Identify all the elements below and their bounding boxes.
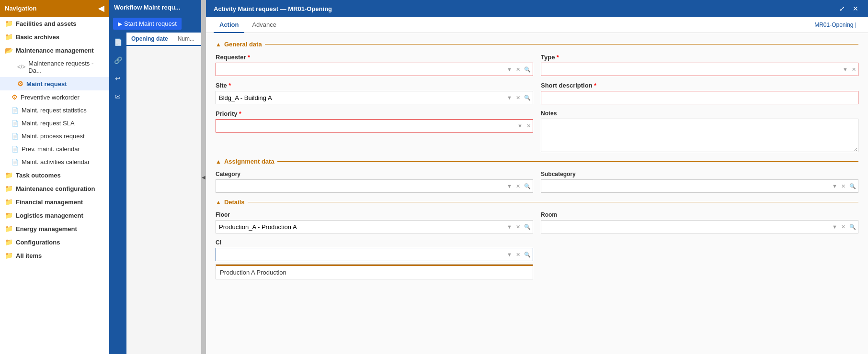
activity-reference: MR01-Opening | (811, 22, 860, 28)
tab-opening-date[interactable]: Opening date (126, 33, 173, 46)
site-dropdown-icon[interactable]: ▼ (505, 95, 514, 100)
tab-num[interactable]: Num... (173, 33, 199, 46)
sidebar-item-maint-activities-calendar[interactable]: 📄 Maint. activities calendar (0, 155, 109, 168)
ci-clear-icon[interactable]: ✕ (514, 252, 522, 258)
start-maint-request-button[interactable]: ▶ Start Maint request (113, 18, 182, 30)
details-toggle[interactable]: ▲ (216, 199, 221, 206)
sidebar-item-all-items[interactable]: 📁 All items (0, 249, 109, 262)
requester-dropdown-icon[interactable]: ▼ (505, 66, 514, 72)
activity-content: ▲ General data Requester * ▼ ✕ 🔍 (206, 33, 868, 354)
ci-search-icon[interactable]: 🔍 (522, 252, 533, 258)
assignment-data-section-header: ▲ Assignment data (216, 158, 858, 165)
collapse-bar[interactable]: ◀ (201, 0, 206, 354)
sidebar-item-maint-request-statistics[interactable]: 📄 Maint. request statistics (0, 104, 109, 117)
undo-icon[interactable]: ↩ (113, 73, 123, 84)
site-search-icon[interactable]: 🔍 (522, 95, 533, 101)
subcategory-input[interactable] (541, 180, 830, 192)
doc-icon: 📄 (11, 146, 19, 153)
room-search-icon[interactable]: 🔍 (847, 224, 858, 230)
requester-search-icon[interactable]: 🔍 (522, 66, 533, 73)
category-search-icon[interactable]: 🔍 (522, 183, 533, 189)
subcategory-clear-icon[interactable]: ✕ (839, 183, 847, 189)
room-input[interactable] (541, 221, 830, 233)
sidebar-item-preventive-workorder[interactable]: ⚙ Preventive workorder (0, 90, 109, 104)
sidebar-item-prev-maint-calendar[interactable]: 📄 Prev. maint. calendar (0, 143, 109, 155)
play-icon: ▶ (118, 21, 122, 27)
site-input[interactable] (216, 91, 505, 104)
assignment-data-toggle[interactable]: ▲ (216, 158, 221, 165)
room-clear-icon[interactable]: ✕ (839, 224, 847, 230)
gear-icon: ⚙ (11, 93, 18, 101)
subcategory-search-icon[interactable]: 🔍 (847, 183, 858, 189)
priority-clear-icon[interactable]: ✕ (525, 123, 533, 129)
folder-icon: 📁 (5, 185, 13, 192)
workflow-content: Opening date Num... (126, 33, 201, 354)
notes-textarea[interactable] (541, 119, 858, 152)
form-col-notes: Notes (541, 110, 858, 152)
gear-icon: ⚙ (17, 80, 23, 88)
form-row-priority-notes: Priority * ▼ ✕ Notes (216, 110, 858, 152)
notes-label: Notes (541, 110, 858, 117)
sidebar-item-financial-mgmt[interactable]: 📁 Financial management (0, 195, 109, 209)
sidebar-item-task-outcomes[interactable]: 📁 Task outcomes (0, 168, 109, 182)
sidebar-item-maint-request[interactable]: ⚙ Maint request (0, 77, 109, 90)
close-window-button[interactable]: ✕ (851, 4, 860, 13)
requester-clear-icon[interactable]: ✕ (514, 66, 522, 73)
sidebar-item-configurations[interactable]: 📁 Configurations (0, 235, 109, 249)
sidebar-item-maint-requests-da[interactable]: </> Maintenance requests - Da... (0, 57, 109, 77)
floor-input[interactable] (216, 221, 505, 233)
form-col-category: Category ▼ ✕ 🔍 (216, 171, 533, 193)
type-clear-icon[interactable]: ✕ (850, 66, 858, 73)
floor-search-icon[interactable]: 🔍 (522, 224, 533, 230)
type-dropdown-icon[interactable]: ▼ (841, 66, 850, 72)
code-icon: </> (17, 64, 25, 70)
requester-input[interactable] (216, 63, 505, 76)
short-description-input[interactable] (541, 91, 858, 104)
priority-input-wrapper: ▼ ✕ (216, 119, 533, 133)
tab-action[interactable]: Action (214, 17, 244, 33)
floor-clear-icon[interactable]: ✕ (514, 224, 522, 230)
priority-dropdown-icon[interactable]: ▼ (515, 123, 525, 129)
type-input[interactable] (541, 63, 841, 76)
ci-dropdown-option[interactable]: Production A Production (216, 266, 533, 279)
ci-dropdown-icon[interactable]: ▼ (505, 252, 514, 257)
category-input-wrapper: ▼ ✕ 🔍 (216, 179, 533, 193)
category-dropdown-icon[interactable]: ▼ (505, 183, 514, 189)
sidebar-item-logistics-mgmt[interactable]: 📁 Logistics management (0, 209, 109, 222)
general-data-toggle[interactable]: ▲ (216, 41, 221, 48)
site-clear-icon[interactable]: ✕ (514, 95, 522, 101)
subcategory-dropdown-icon[interactable]: ▼ (830, 183, 839, 189)
sidebar-item-basic-archives[interactable]: 📁 Basic archives (0, 30, 109, 44)
sidebar-item-label: Task outcomes (16, 172, 61, 179)
general-data-line (265, 44, 858, 44)
sidebar-item-label: Basic archives (16, 33, 59, 41)
sidebar-item-maint-process-request[interactable]: 📄 Maint. process request (0, 130, 109, 143)
sidebar-item-facilities[interactable]: 📁 Facilities and assets (0, 17, 109, 30)
document-icon[interactable]: 📄 (112, 36, 124, 48)
tab-advance[interactable]: Advance (246, 17, 282, 33)
activity-header: Activity Maint request — MR01-Opening ⤢ … (206, 0, 868, 17)
room-dropdown-icon[interactable]: ▼ (830, 224, 839, 230)
subcategory-input-wrapper: ▼ ✕ 🔍 (541, 179, 858, 193)
subcategory-label: Subcategory (541, 171, 858, 177)
sidebar-item-maint-request-sla[interactable]: 📄 Maint. request SLA (0, 117, 109, 130)
category-input[interactable] (216, 180, 505, 192)
details-title: Details (224, 199, 245, 206)
sidebar-collapse-icon[interactable]: ◀ (98, 4, 104, 13)
floor-dropdown-icon[interactable]: ▼ (505, 224, 514, 230)
form-row-category-subcategory: Category ▼ ✕ 🔍 Subcategory ▼ ✕ 🔍 (216, 171, 858, 193)
sidebar-item-energy-mgmt[interactable]: 📁 Energy management (0, 222, 109, 235)
priority-input[interactable] (216, 120, 515, 132)
resize-window-button[interactable]: ⤢ (837, 4, 847, 13)
category-clear-icon[interactable]: ✕ (514, 183, 522, 189)
sidebar-title: Navigation (5, 5, 36, 12)
mail-icon[interactable]: ✉ (113, 91, 123, 102)
floor-input-wrapper: ▼ ✕ 🔍 (216, 220, 533, 233)
sidebar-item-maintenance-config[interactable]: 📁 Maintenance configuration (0, 182, 109, 195)
sidebar-item-maintenance-mgmt[interactable]: 📂 Maintenance management (0, 44, 109, 57)
ci-input[interactable] (216, 248, 505, 261)
form-col-subcategory: Subcategory ▼ ✕ 🔍 (541, 171, 858, 193)
requester-input-wrapper: ▼ ✕ 🔍 (216, 63, 533, 76)
folder-icon: 📁 (5, 171, 13, 179)
link-icon[interactable]: 🔗 (112, 55, 124, 66)
